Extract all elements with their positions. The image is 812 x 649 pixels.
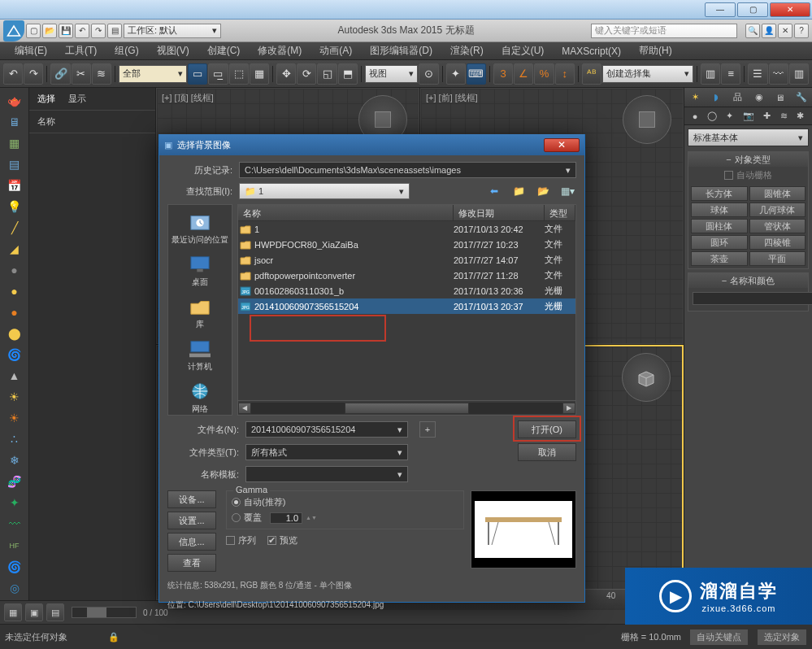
circle-icon[interactable]: ● <box>5 260 24 279</box>
help-icon[interactable]: ? <box>794 24 809 38</box>
col-type[interactable]: 类型 <box>545 205 575 220</box>
bind-button[interactable]: ≋ <box>92 63 111 85</box>
select-name-button[interactable]: ▭̲ <box>208 63 228 85</box>
named-set-combo[interactable]: 创建选择集▾ <box>602 65 693 83</box>
select-button[interactable]: ▭ <box>188 63 207 85</box>
file-row[interactable]: HWPDFOCR80_XiaZaiBa2017/7/27 10:23文件 <box>238 237 575 252</box>
modify-tab-icon[interactable]: ◗ <box>708 90 724 105</box>
autogrid-checkbox[interactable] <box>724 171 733 180</box>
cone-icon[interactable]: ▲ <box>5 367 24 385</box>
menu-group[interactable]: 组(G) <box>106 42 146 59</box>
shapes-icon[interactable]: ◯ <box>707 111 717 121</box>
gamma-value-input[interactable] <box>270 512 302 524</box>
grid-icon[interactable]: ▦ <box>5 133 24 152</box>
hf-icon[interactable]: HF <box>5 536 24 555</box>
filetype-combo[interactable]: 所有格式▾ <box>245 444 408 460</box>
create-球体[interactable]: 球体 <box>691 203 748 217</box>
object-name-input[interactable] <box>693 292 812 305</box>
menu-customize[interactable]: 自定义(U) <box>493 42 553 59</box>
help-search-input[interactable]: 键入关键字或短语 <box>591 24 737 38</box>
utilities-tab-icon[interactable]: 🔧 <box>793 90 810 105</box>
create-圆环[interactable]: 圆环 <box>691 235 748 250</box>
open-icon[interactable]: 📂 <box>42 24 57 38</box>
place-computer[interactable]: 计算机 <box>168 335 232 376</box>
layout-3-icon[interactable]: ▤ <box>46 603 64 621</box>
new-icon[interactable]: ▢ <box>26 24 41 38</box>
sun-icon[interactable]: ☀ <box>5 388 24 407</box>
file-list[interactable]: 名称 修改日期 类型 12017/10/13 20:42文件HWPDFOCR80… <box>237 204 576 416</box>
scroll-right-icon[interactable]: ▶ <box>562 403 575 414</box>
search-icon[interactable]: 🔍 <box>745 24 760 38</box>
filename-input[interactable]: 201410060907356515204▾ <box>245 421 408 438</box>
col-name[interactable]: 名称 <box>238 205 454 220</box>
ring-icon[interactable]: ◎ <box>5 578 24 597</box>
scroll-left-icon[interactable]: ◀ <box>238 403 251 414</box>
display-tab-icon[interactable]: 🖥 <box>772 90 788 105</box>
dna-icon[interactable]: 🧬 <box>5 473 24 491</box>
place-button[interactable]: ⬒ <box>338 63 358 85</box>
undo-icon[interactable]: ↶ <box>75 24 89 38</box>
tab-display[interactable]: 显示 <box>68 93 86 105</box>
add-file-button[interactable]: + <box>419 421 436 438</box>
cameras-icon[interactable]: 📷 <box>743 111 754 121</box>
menu-animation[interactable]: 动画(A) <box>311 42 360 59</box>
autokey-button[interactable]: 自动关键点 <box>689 629 749 646</box>
project-icon[interactable]: ▤ <box>107 24 122 38</box>
selection-filter-combo[interactable]: 全部▾ <box>119 65 187 83</box>
sequence-checkbox[interactable] <box>226 536 235 545</box>
yellow-ball-icon[interactable]: ● <box>5 281 24 300</box>
select-region-button[interactable]: ⬚ <box>229 63 249 85</box>
gamma-auto-radio[interactable] <box>232 498 241 507</box>
spinner-snap-button[interactable]: ↕ <box>555 63 575 85</box>
layout-1-icon[interactable]: ▦ <box>4 603 22 621</box>
helpers-icon[interactable]: ✚ <box>763 111 771 121</box>
app-menu-button[interactable] <box>3 20 24 41</box>
menu-render[interactable]: 渲染(R) <box>442 42 492 59</box>
selected-button[interactable]: 选定对象 <box>757 629 807 646</box>
lookin-combo[interactable]: 📁 1▾ <box>239 183 410 199</box>
wave-icon[interactable]: 〰 <box>5 515 24 534</box>
particle-icon[interactable]: ∴ <box>5 430 24 449</box>
table-icon[interactable]: ▤ <box>5 155 24 173</box>
line-icon[interactable]: ╱ <box>5 218 24 237</box>
file-row[interactable]: pdftopowerpointconverter2017/7/27 11:28文… <box>238 268 575 283</box>
menu-create[interactable]: 创建(C) <box>199 42 249 59</box>
spiral2-icon[interactable]: 🌀 <box>5 557 24 576</box>
device-button[interactable]: 设备... <box>167 490 216 508</box>
rotate-button[interactable]: ⟳ <box>297 63 316 85</box>
snap-button[interactable]: 3 <box>493 63 513 85</box>
link-button[interactable]: 🔗 <box>50 63 70 85</box>
snow-icon[interactable]: ❄ <box>5 451 24 470</box>
schematic-button[interactable]: ▥ <box>789 63 809 85</box>
motion-tab-icon[interactable]: ◉ <box>751 90 767 105</box>
mini-scrollbar[interactable] <box>72 607 137 618</box>
create-几何球体[interactable]: 几何球体 <box>749 203 806 217</box>
spot-icon[interactable]: ◢ <box>5 239 24 258</box>
create-长方体[interactable]: 长方体 <box>691 186 748 201</box>
settings-button[interactable]: 设置... <box>167 512 216 529</box>
primitives-combo[interactable]: 标准基本体▾ <box>688 128 809 146</box>
workspace-combo[interactable]: 工作区: 默认▾ <box>124 24 221 38</box>
create-圆柱体[interactable]: 圆柱体 <box>691 219 748 233</box>
back-icon[interactable]: ⬅ <box>485 183 503 199</box>
history-combo[interactable]: C:\Users\dell\Documents\3dsMax\sceneasse… <box>239 162 576 178</box>
pivot-button[interactable]: ⊙ <box>419 63 438 85</box>
calendar-icon[interactable]: 📅 <box>5 176 24 194</box>
menu-maxscript[interactable]: MAXScript(X) <box>554 44 629 59</box>
light-icon[interactable]: 💡 <box>5 197 24 216</box>
place-desktop[interactable]: 桌面 <box>168 250 232 291</box>
keyboard-shortcut-icon[interactable]: ⌨ <box>467 63 486 85</box>
ref-coord-combo[interactable]: 视图▾ <box>365 65 419 83</box>
menu-tools[interactable]: 工具(T) <box>57 42 105 59</box>
viewcube2-icon[interactable] <box>623 95 671 144</box>
create-圆锥体[interactable]: 圆锥体 <box>749 186 806 201</box>
file-row[interactable]: JPG20141006090735651520​42017/10/13 20:3… <box>238 298 575 314</box>
layers-button[interactable]: ☰ <box>748 63 767 85</box>
cancel-button[interactable]: 取消 <box>518 443 576 461</box>
settings-yellow-icon[interactable]: ⬤ <box>5 324 24 343</box>
manip-button[interactable]: ✦ <box>446 63 466 85</box>
menu-help[interactable]: 帮助(H) <box>631 42 680 59</box>
unlink-button[interactable]: ✂ <box>72 63 91 85</box>
move-button[interactable]: ✥ <box>276 63 296 85</box>
spiral-icon[interactable]: 🌀 <box>5 346 24 364</box>
